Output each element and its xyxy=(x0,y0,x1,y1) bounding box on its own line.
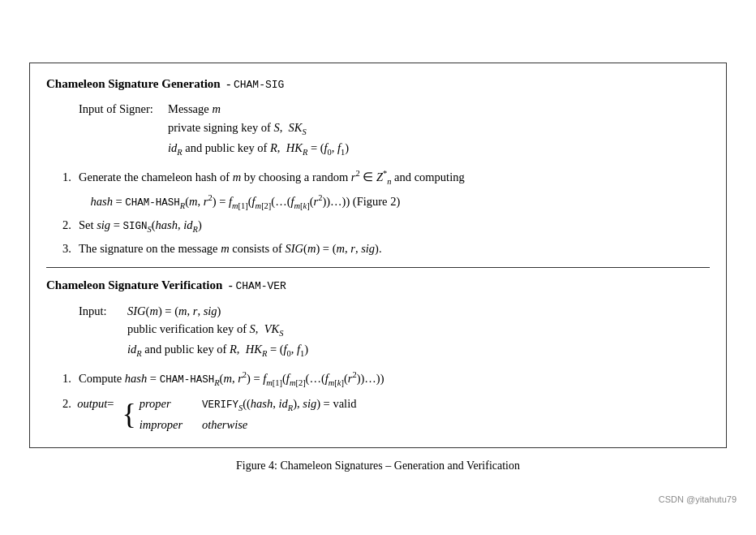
step-content-3: The signature on the message m consists … xyxy=(79,239,710,257)
ver-step-2-output: 2. output = { proper VERIFYS((hash, idR)… xyxy=(62,395,710,434)
generation-title: Chameleon Signature Generation - CHAM-SI… xyxy=(46,75,710,93)
output-improper-condition: otherwise xyxy=(196,416,248,434)
step-num-1: 1. xyxy=(62,168,79,186)
input-line-2: private signing key of S, SKS xyxy=(168,119,710,139)
output-proper-condition: VERIFYS((hash, idR), sig) = valid xyxy=(196,395,357,416)
step-content-1: Generate the chameleon hash of m by choo… xyxy=(79,167,710,188)
generation-input: Input of Signer: Message m private signi… xyxy=(79,100,710,159)
watermark: CSDN @yitahutu79 xyxy=(659,494,737,504)
brace-container: { proper VERIFYS((hash, idR), sig) = val… xyxy=(122,395,356,434)
input-line-3: idR and public key of R, HKR = (f0, f1) xyxy=(168,139,710,159)
ver-input-line-1: Input: SIG(m) = (m, r, sig) xyxy=(79,302,710,320)
step-content-1b: hash = CHAM-HASHR(m, r2) = fm[1](fm[2](…… xyxy=(79,192,710,213)
ver-step-1: 1. Compute hash = CHAM-HASHR(m, r2) = fm… xyxy=(62,369,710,390)
generation-title-text: Chameleon Signature Generation xyxy=(46,77,221,90)
gen-step-1b: hash = CHAM-HASHR(m, r2) = fm[1](fm[2](…… xyxy=(79,192,710,213)
verification-input: Input: SIG(m) = (m, r, sig) public verif… xyxy=(79,302,710,361)
input-label: Input of Signer: xyxy=(79,100,168,118)
verification-steps: 1. Compute hash = CHAM-HASHR(m, r2) = fm… xyxy=(62,369,710,434)
step-num-2: 2. xyxy=(62,216,79,234)
verification-title-text: Chameleon Signature Verification xyxy=(46,278,222,291)
section-divider xyxy=(46,267,710,268)
brace-options: proper VERIFYS((hash, idR), sig) = valid… xyxy=(140,395,357,434)
step-content-2: Set sig = SIGNS(hash, idR) xyxy=(79,216,710,236)
output-improper-word: improper xyxy=(140,416,196,434)
verification-title: Chameleon Signature Verification - CHAM-… xyxy=(46,276,710,295)
algorithm-box: Chameleon Signature Generation - CHAM-SI… xyxy=(29,63,727,448)
brace-option-proper: proper VERIFYS((hash, idR), sig) = valid xyxy=(140,395,357,416)
ver-input-label: Input: xyxy=(79,302,127,320)
figure-container: Chameleon Signature Generation - CHAM-SI… xyxy=(29,63,727,472)
ver-step-content-1: Compute hash = CHAM-HASHR(m, r2) = fm[1]… xyxy=(79,369,710,390)
step-num-3: 3. xyxy=(62,239,79,257)
gen-step-2: 2. Set sig = SIGNS(hash, idR) xyxy=(62,216,710,236)
verification-subtitle: CHAM-VER xyxy=(235,280,286,292)
input-message: Message m xyxy=(168,100,221,118)
output-label-text: 2. output = xyxy=(62,395,114,412)
page-wrapper: Chameleon Signature Generation - CHAM-SI… xyxy=(0,16,756,519)
brace-symbol: { xyxy=(122,399,135,429)
generation-subtitle: CHAM-SIG xyxy=(234,79,284,91)
ver-sig: SIG(m) = (m, r, sig) xyxy=(127,302,221,320)
input-line-1: Input of Signer: Message m xyxy=(79,100,710,118)
output-proper-word: proper xyxy=(140,395,196,413)
generation-steps: 1. Generate the chameleon hash of m by c… xyxy=(62,167,710,257)
gen-step-3: 3. The signature on the message m consis… xyxy=(62,239,710,257)
gen-step-1: 1. Generate the chameleon hash of m by c… xyxy=(62,167,710,188)
ver-step-num-1: 1. xyxy=(62,369,79,387)
ver-input-line-2: public verification key of S, VKS xyxy=(127,320,710,340)
ver-input-line-3: idR and public key of R, HKR = (f0, f1) xyxy=(127,340,710,360)
figure-caption: Figure 4: Chameleon Signatures – Generat… xyxy=(236,459,520,472)
brace-option-improper: improper otherwise xyxy=(140,416,357,434)
